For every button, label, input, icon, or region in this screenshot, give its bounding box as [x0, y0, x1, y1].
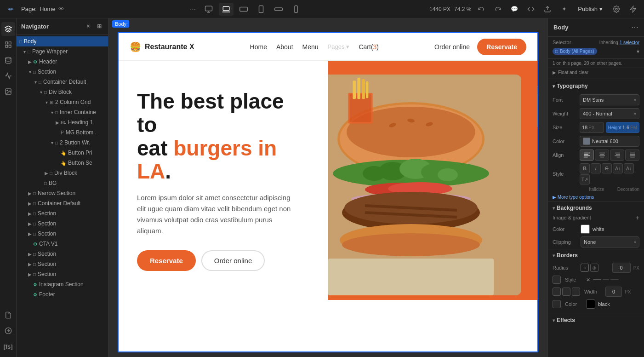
tree-item-mg-bottom[interactable]: P MG Bottom . [17, 127, 108, 138]
border-solid-dash[interactable] [593, 279, 601, 280]
toggle-container-1[interactable]: ▾ [32, 79, 39, 85]
align-center-button[interactable] [595, 150, 609, 161]
tree-item-section-4[interactable]: ▶ □ Section [17, 229, 108, 239]
tree-item-instagram-section[interactable]: ⚙ Instagram Section [17, 279, 108, 289]
bold-button[interactable]: B [580, 163, 590, 173]
backgrounds-title[interactable]: ▾ Backgrounds [553, 205, 592, 211]
tree-item-section-5[interactable]: ▶ □ Section [17, 249, 108, 259]
border-color-swatch[interactable] [586, 299, 595, 309]
tree-item-section-7[interactable]: ▶ □ Section [17, 269, 108, 279]
tree-item-container-1[interactable]: ▾ □ Container Default [17, 77, 108, 87]
settings-icon[interactable] [610, 3, 623, 16]
site-cart[interactable]: Cart(3) [359, 43, 379, 51]
toggle-2col-grid[interactable]: ▾ [43, 99, 50, 105]
panel-menu-icon[interactable]: ⋯ [631, 23, 638, 32]
tree-item-h1[interactable]: ▶ H1 Heading 1 [17, 117, 108, 127]
hero-cta-primary[interactable]: Reservate [137, 250, 196, 271]
tree-item-container-2[interactable]: ▶ □ Container Default [17, 198, 108, 208]
nav-about[interactable]: About [276, 43, 293, 51]
strikethrough-button[interactable]: S [602, 163, 612, 173]
tree-item-2col-grid[interactable]: ▾ ⊞ 2 Column Grid [17, 97, 108, 107]
tree-item-inner-container[interactable]: ▾ □ Inner Containe [17, 107, 108, 117]
tablet-landscape-icon[interactable] [236, 3, 251, 16]
tree-item-footer[interactable]: ⚙ Footer [17, 289, 108, 299]
nav-home[interactable]: Home [250, 43, 267, 51]
border-box-left[interactable] [553, 288, 561, 296]
add-background-button[interactable]: + [636, 214, 639, 221]
toggle-inner-container[interactable]: ▾ [49, 109, 55, 115]
undo-icon[interactable] [475, 3, 488, 16]
nav-pages[interactable]: Pages ▾ [328, 43, 350, 50]
toggle-section-5[interactable]: ▶ [27, 251, 33, 257]
phone-portrait-icon[interactable] [289, 3, 303, 16]
border-x-icon[interactable]: ✕ [586, 277, 590, 283]
radius-all-icon[interactable]: ○ [581, 264, 589, 272]
typography-title[interactable]: ▾ Typography [553, 83, 588, 89]
toggle-section-3[interactable]: ▶ [27, 220, 33, 227]
order-online-link[interactable]: Order online [434, 43, 470, 51]
selector-badge[interactable]: □ Body (All Pages) [553, 48, 597, 55]
tree-item-div-block-1[interactable]: ▾ □ Div Block [17, 87, 108, 97]
ai-icon[interactable]: ✦ [558, 3, 570, 16]
weight-control[interactable]: 400 - Normal ▾ [580, 108, 639, 119]
tree-item-page-wrapper[interactable]: ▾ □ Page Wrapper [17, 46, 108, 57]
phone-landscape-icon[interactable] [271, 3, 286, 16]
size-control[interactable]: 18 PX [580, 122, 604, 133]
toggle-div-block-2[interactable]: ▶ [43, 170, 50, 176]
toggle-page-wrapper[interactable]: ▾ [21, 48, 28, 55]
border-box-right[interactable] [572, 288, 580, 296]
superscript-button[interactable]: A↑ [613, 163, 623, 173]
border-dotted-option[interactable] [610, 279, 619, 280]
tree-item-btn-secondary[interactable]: 👆 Button Se [17, 158, 108, 168]
height-control[interactable]: Height 1.6 EM [606, 122, 639, 133]
pages-icon[interactable] [1, 308, 15, 322]
radius-circle-icon[interactable]: ◎ [590, 264, 598, 272]
tree-item-section-6[interactable]: ▶ □ Section [17, 259, 108, 269]
components-icon[interactable] [1, 69, 15, 83]
toggle-section-7[interactable]: ▶ [27, 271, 33, 277]
toggle-container-2[interactable]: ▶ [27, 200, 33, 207]
clipping-control[interactable]: None ▾ [581, 236, 639, 248]
cms-icon[interactable] [1, 53, 15, 67]
toggle-section-1[interactable]: ▾ [27, 69, 33, 75]
border-dashed-option[interactable] [603, 279, 609, 280]
tree-item-header[interactable]: ▶ ⚙ Header [17, 57, 108, 67]
border-box-top[interactable] [553, 276, 561, 284]
hero-cta-secondary[interactable]: Order online [201, 250, 265, 271]
border-width-value[interactable]: 0 [605, 287, 622, 297]
radius-value[interactable]: 0 [612, 263, 631, 273]
lightning-icon[interactable] [627, 3, 639, 16]
tree-item-body[interactable]: □ Body [17, 36, 108, 46]
toggle-div-block-1[interactable]: ▾ [38, 89, 44, 95]
add-elements-icon[interactable] [1, 38, 15, 52]
tree-item-div-block-2[interactable]: ▶ □ Div Block [17, 168, 108, 178]
redo-icon[interactable] [491, 3, 504, 16]
pencil-icon[interactable]: ✏ [5, 3, 17, 16]
more-type-options[interactable]: ▶ More type options [548, 193, 644, 202]
assets-icon[interactable] [1, 85, 15, 98]
color-control[interactable]: Neutral 600 [580, 136, 639, 147]
comment-icon[interactable]: 💬 [508, 3, 521, 16]
interactions-icon[interactable] [1, 324, 15, 338]
navigator-close-icon[interactable]: × [84, 22, 92, 30]
laptop-icon[interactable] [219, 3, 234, 16]
borders-title[interactable]: ▾ Borders [553, 252, 639, 259]
toggle-header[interactable]: ▶ [27, 58, 33, 65]
layers-icon[interactable] [1, 22, 15, 36]
toggle-h1[interactable]: ▶ [54, 119, 61, 126]
tree-item-2btn-wrapper[interactable]: ▾ □ 2 Button Wr. [17, 138, 108, 148]
tree-item-section-3[interactable]: ▶ □ Section [17, 219, 108, 229]
tree-item-btn-primary[interactable]: 👆 Button Pri [17, 148, 108, 158]
tree-item-cta-v1[interactable]: ⚙ CTA V1 [17, 239, 108, 249]
align-justify-button[interactable] [625, 150, 639, 161]
toggle-section-2[interactable]: ▶ [27, 210, 33, 217]
nav-menu[interactable]: Menu [302, 43, 319, 51]
subscript-button[interactable]: A↓ [624, 163, 634, 173]
toggle-narrow-section[interactable]: ▶ [27, 190, 33, 196]
bg-color-swatch[interactable] [581, 225, 590, 234]
monitor-icon[interactable] [201, 3, 216, 16]
export-icon[interactable] [541, 3, 554, 16]
effects-title[interactable]: ▾ Effects [553, 317, 639, 323]
tree-item-bg[interactable]: □ BG [17, 178, 108, 188]
toggle-section-4[interactable]: ▶ [27, 230, 33, 237]
